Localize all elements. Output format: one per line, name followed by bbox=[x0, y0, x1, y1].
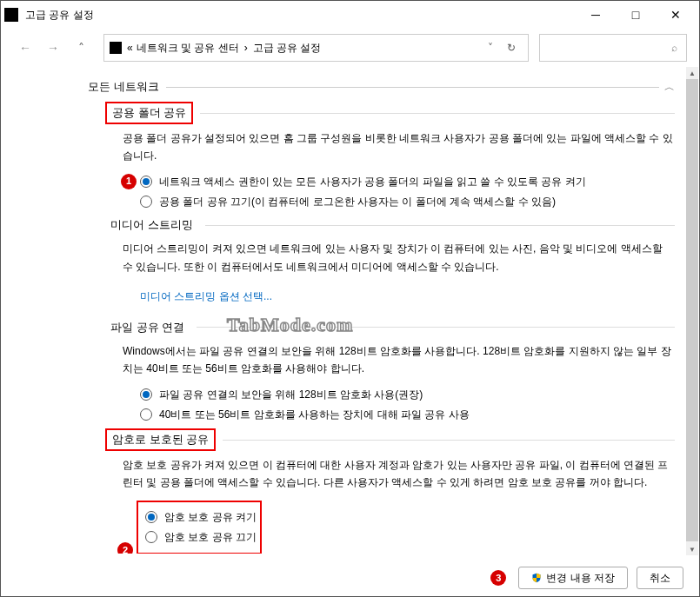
cancel-button[interactable]: 취소 bbox=[637, 567, 683, 589]
window-title: 고급 공유 설정 bbox=[25, 8, 576, 23]
toolbar: ← → ˄ « 네트워크 및 공유 센터 › 고급 공유 설정 ˅ ↻ ⌕ bbox=[1, 29, 699, 67]
subhead-public-folder: 공용 폴더 공유 bbox=[105, 102, 193, 124]
radio-label: 네트워크 액세스 권한이 있는 모든 사용자가 공용 폴더의 파일을 읽고 쓸 … bbox=[159, 174, 586, 190]
save-button[interactable]: 변경 내용 저장 bbox=[518, 567, 628, 589]
minimize-button[interactable]: ─ bbox=[576, 1, 616, 29]
subhead-password: 암호로 보호된 공유 bbox=[105, 428, 216, 451]
scrollbar-thumb[interactable] bbox=[686, 79, 698, 541]
section-title: 모든 네트워크 bbox=[88, 79, 166, 95]
radio-icon bbox=[140, 196, 152, 208]
maximize-button[interactable]: □ bbox=[616, 1, 656, 29]
file-conn-desc: Windows에서는 파일 공유 연결의 보안을 위해 128비트 암호화를 사… bbox=[123, 342, 675, 378]
divider bbox=[200, 113, 675, 114]
forward-button[interactable]: → bbox=[41, 36, 65, 60]
app-icon bbox=[4, 8, 18, 22]
refresh-button[interactable]: ↻ bbox=[500, 42, 523, 54]
radio-label: 공용 폴더 공유 끄기(이 컴퓨터에 로그온한 사용자는 이 폴더에 계속 액세… bbox=[159, 194, 556, 210]
collapse-icon[interactable]: ︿ bbox=[659, 80, 675, 95]
radio-icon bbox=[145, 531, 157, 543]
subhead-media: 미디어 스트리밍 bbox=[105, 216, 198, 235]
section-all-networks[interactable]: 모든 네트워크 ︿ bbox=[88, 79, 675, 95]
annotation-badge-1: 1 bbox=[121, 174, 137, 189]
close-button[interactable]: ✕ bbox=[656, 1, 696, 29]
footer: 3 변경 내용 저장 취소 bbox=[490, 567, 683, 589]
divider bbox=[197, 327, 675, 328]
search-icon: ⌕ bbox=[671, 42, 677, 54]
shield-icon bbox=[531, 573, 542, 583]
breadcrumb-part1[interactable]: 네트워크 및 공유 센터 bbox=[137, 41, 239, 56]
annotation-badge-3: 3 bbox=[490, 570, 506, 586]
public-folder-desc: 공용 폴더 공유가 설정되어 있으면 홈 그룹 구성원을 비롯한 네트워크 사용… bbox=[123, 129, 675, 165]
radio-label: 암호 보호 공유 끄기 bbox=[164, 529, 257, 546]
media-options-link[interactable]: 미디어 스트리밍 옵션 선택... bbox=[140, 289, 272, 304]
subhead-file-conn: 파일 공유 연결 bbox=[105, 318, 190, 337]
cancel-label: 취소 bbox=[650, 571, 670, 586]
password-desc: 암호 보호 공유가 켜져 있으면 이 컴퓨터에 대한 사용자 계정과 암호가 있… bbox=[123, 456, 675, 492]
back-button[interactable]: ← bbox=[13, 36, 37, 60]
radio-icon bbox=[145, 511, 157, 523]
save-label: 변경 내용 저장 bbox=[546, 571, 615, 586]
titlebar: 고급 공유 설정 ─ □ ✕ bbox=[1, 1, 699, 29]
scroll-down-icon[interactable]: ▼ bbox=[686, 543, 698, 555]
radio-icon bbox=[140, 388, 152, 401]
radio-label: 암호 보호 공유 켜기 bbox=[164, 509, 257, 526]
location-icon bbox=[110, 42, 122, 54]
vertical-scrollbar[interactable]: ▲ ▼ bbox=[686, 67, 698, 555]
address-dropdown-icon[interactable]: ˅ bbox=[481, 42, 500, 54]
radio-label: 40비트 또는 56비트 암호화를 사용하는 장치에 대해 파일 공유 사용 bbox=[159, 407, 470, 423]
breadcrumb-sep: › bbox=[244, 42, 248, 54]
window: 고급 공유 설정 ─ □ ✕ ← → ˄ « 네트워크 및 공유 센터 › 고급… bbox=[0, 0, 700, 597]
scroll-up-icon[interactable]: ▲ bbox=[686, 67, 698, 79]
radio-4056bit[interactable]: 40비트 또는 56비트 암호화를 사용하는 장치에 대해 파일 공유 사용 bbox=[140, 407, 675, 423]
radio-icon bbox=[140, 176, 152, 188]
radio-icon bbox=[140, 408, 152, 421]
radio-label: 파일 공유 연결의 보안을 위해 128비트 암호화 사용(권장) bbox=[159, 387, 423, 403]
radio-public-off[interactable]: 공용 폴더 공유 끄기(이 컴퓨터에 로그온한 사용자는 이 폴더에 계속 액세… bbox=[140, 194, 675, 210]
divider bbox=[166, 87, 659, 88]
annotation-badge-2: 2 bbox=[117, 542, 133, 554]
divider bbox=[205, 225, 675, 226]
radio-pw-off[interactable]: 암호 보호 공유 끄기 bbox=[145, 529, 257, 546]
radio-pw-on[interactable]: 암호 보호 공유 켜기 bbox=[145, 509, 257, 526]
radio-public-on[interactable]: 1 네트워크 액세스 권한이 있는 모든 사용자가 공용 폴더의 파일을 읽고 … bbox=[140, 174, 675, 190]
content-area: 모든 네트워크 ︿ 공용 폴더 공유 공용 폴더 공유가 설정되어 있으면 홈 … bbox=[1, 67, 699, 554]
breadcrumb-part2[interactable]: 고급 공유 설정 bbox=[253, 41, 322, 56]
divider bbox=[223, 440, 675, 441]
up-button[interactable]: ˄ bbox=[69, 36, 93, 60]
password-radio-group: 암호 보호 공유 켜기 암호 보호 공유 끄기 bbox=[137, 501, 262, 554]
search-input[interactable]: ⌕ bbox=[539, 34, 687, 62]
radio-128bit[interactable]: 파일 공유 연결의 보안을 위해 128비트 암호화 사용(권장) bbox=[140, 387, 675, 403]
breadcrumb-prefix: « bbox=[127, 42, 133, 54]
address-bar[interactable]: « 네트워크 및 공유 센터 › 고급 공유 설정 ˅ ↻ bbox=[103, 34, 529, 62]
media-desc: 미디어 스트리밍이 켜져 있으면 네트워크에 있는 사용자 및 장치가 이 컴퓨… bbox=[123, 240, 675, 275]
